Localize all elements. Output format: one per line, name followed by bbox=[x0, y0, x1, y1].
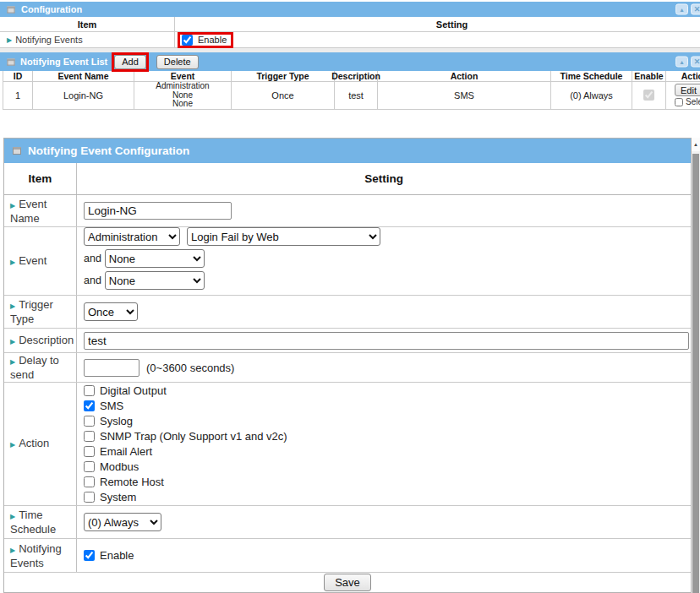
column-header-trigger-type: Trigger Type bbox=[232, 71, 335, 81]
bullet-arrow-icon: ▶ bbox=[10, 338, 15, 345]
red-highlight-box: Add bbox=[112, 52, 149, 72]
delay-setting-cell: (0~3600 seconds) bbox=[77, 353, 691, 382]
close-icon[interactable]: ✕ bbox=[691, 4, 700, 15]
column-header-setting: Setting bbox=[175, 19, 700, 30]
event-name-row: ▶Event Name bbox=[4, 195, 691, 227]
vertical-scrollbar[interactable]: ▲ bbox=[692, 138, 700, 593]
column-header-event: Event bbox=[134, 71, 232, 81]
event-and2-select[interactable]: None bbox=[105, 271, 205, 290]
trigger-type-label: Trigger Type bbox=[10, 298, 53, 325]
scrollbar-thumb[interactable] bbox=[692, 154, 699, 593]
notifying-event-list-panel: Notifying Event List Add Delete ▴ ✕ ID E… bbox=[0, 52, 700, 110]
row-select-checkbox[interactable] bbox=[675, 98, 683, 106]
trigger-type-select[interactable]: Once bbox=[84, 302, 138, 321]
delete-button[interactable]: Delete bbox=[156, 55, 199, 69]
cell-action: SMS bbox=[378, 82, 551, 109]
event-line: Administration bbox=[156, 82, 209, 91]
event-list-table: ID Event Name Event Trigger Type Descrip… bbox=[3, 71, 700, 110]
dialog-table-header: Item Setting bbox=[4, 163, 691, 195]
cell-event: Administration None None bbox=[134, 82, 232, 109]
cell-id: 1 bbox=[3, 82, 33, 109]
action-option-label: SNMP Trap (Only Support v1 and v2c) bbox=[100, 430, 287, 443]
action-remote-host-checkbox[interactable] bbox=[84, 476, 95, 487]
description-label: Description bbox=[19, 334, 74, 346]
action-setting-cell: Digital Output SMS Syslog SNMP Trap (Onl… bbox=[77, 383, 691, 505]
edit-button[interactable]: Edit bbox=[675, 84, 700, 96]
window-icon bbox=[8, 58, 15, 65]
event-name-label-cell: ▶Event Name bbox=[4, 195, 77, 226]
bullet-arrow-icon: ▶ bbox=[10, 358, 15, 366]
dialog-enable-checkbox[interactable] bbox=[84, 550, 95, 561]
scroll-up-icon[interactable]: ▲ bbox=[692, 138, 700, 151]
bullet-arrow-icon: ▶ bbox=[7, 36, 12, 44]
event-list-header-row: ID Event Name Event Trigger Type Descrip… bbox=[3, 71, 700, 82]
delay-label-cell: ▶Delay to send bbox=[4, 353, 77, 382]
action-option-label: System bbox=[100, 491, 136, 503]
event-name-label: Event Name bbox=[10, 198, 46, 225]
description-label-cell: ▶Description bbox=[4, 329, 77, 352]
column-header-time-schedule: Time Schedule bbox=[551, 71, 632, 81]
event-setting-cell: Administration Login Fail by Web and Non… bbox=[77, 227, 691, 295]
notifying-event-configuration-panel: Notifying Event Configuration Item Setti… bbox=[3, 138, 692, 593]
event-and1-select[interactable]: None bbox=[105, 249, 205, 268]
time-schedule-label: Time Schedule bbox=[10, 509, 56, 536]
close-icon[interactable]: ✕ bbox=[691, 57, 700, 68]
action-email-alert-checkbox[interactable] bbox=[84, 446, 95, 457]
cell-event-name: Login-NG bbox=[33, 82, 134, 109]
action-sms-checkbox[interactable] bbox=[84, 400, 95, 411]
action-syslog-checkbox[interactable] bbox=[84, 416, 95, 427]
action-snmp-trap-checkbox[interactable] bbox=[84, 431, 95, 442]
notifying-events-label-cell: ▶ Notifying Events bbox=[0, 32, 175, 47]
collapse-icon[interactable]: ▴ bbox=[675, 4, 688, 15]
delay-hint: (0~3600 seconds) bbox=[146, 362, 234, 374]
add-button[interactable]: Add bbox=[114, 55, 146, 69]
event-list-panel-title: Notifying Event List bbox=[20, 57, 107, 67]
action-digital-output-checkbox[interactable] bbox=[84, 385, 95, 396]
and-label: and bbox=[84, 275, 101, 286]
notifying-events-label: Notifying Events bbox=[10, 542, 62, 569]
dialog-title: Notifying Event Configuration bbox=[28, 144, 189, 157]
notifying-events-label: Notifying Events bbox=[15, 35, 82, 45]
trigger-type-label-cell: ▶Trigger Type bbox=[4, 296, 77, 328]
event-name-input[interactable] bbox=[84, 202, 232, 220]
column-header-event-name: Event Name bbox=[33, 71, 134, 81]
configuration-panel-title: Configuration bbox=[21, 4, 82, 14]
delay-input[interactable] bbox=[84, 359, 139, 377]
event-label: Event bbox=[19, 254, 46, 267]
column-header-description: Description bbox=[335, 71, 378, 81]
bullet-arrow-icon: ▶ bbox=[10, 441, 15, 449]
description-row: ▶Description bbox=[4, 329, 691, 353]
action-system-checkbox[interactable] bbox=[84, 492, 95, 503]
delay-label: Delay to send bbox=[10, 354, 59, 381]
column-header-item: Item bbox=[4, 163, 77, 194]
event-row: ▶Event Administration Login Fail by Web … bbox=[4, 227, 691, 296]
collapse-icon[interactable]: ▴ bbox=[675, 57, 688, 68]
column-header-id: ID bbox=[3, 71, 33, 81]
configuration-panel: Configuration ▴ ✕ Item Setting ▶ Notifyi… bbox=[0, 2, 700, 48]
time-schedule-select[interactable]: (0) Always bbox=[84, 513, 161, 531]
notifying-events-enable-checkbox[interactable] bbox=[182, 35, 193, 46]
event-list-panel-header: Notifying Event List Add Delete ▴ ✕ bbox=[0, 52, 700, 71]
action-modbus-checkbox[interactable] bbox=[84, 461, 95, 472]
event-category-select[interactable]: Administration bbox=[84, 227, 180, 246]
action-label: Action bbox=[19, 437, 49, 449]
event-subtype-select[interactable]: Login Fail by Web bbox=[187, 227, 380, 246]
time-schedule-label-cell: ▶Time Schedule bbox=[4, 506, 77, 538]
page: Configuration ▴ ✕ Item Setting ▶ Notifyi… bbox=[0, 0, 700, 593]
save-button[interactable]: Save bbox=[324, 574, 371, 591]
save-row: Save bbox=[4, 573, 691, 592]
column-header-enable: Enable bbox=[632, 71, 666, 81]
event-label-cell: ▶Event bbox=[4, 227, 77, 295]
configuration-panel-header: Configuration ▴ ✕ bbox=[0, 2, 700, 17]
action-row: ▶Action Digital Output SMS Syslog SNMP T… bbox=[4, 383, 691, 506]
time-schedule-setting-cell: (0) Always bbox=[77, 506, 691, 538]
cell-description: test bbox=[335, 82, 378, 109]
cell-time-schedule: (0) Always bbox=[551, 82, 632, 109]
bullet-arrow-icon: ▶ bbox=[10, 513, 15, 520]
description-input[interactable] bbox=[84, 332, 689, 350]
dialog-header: Notifying Event Configuration bbox=[4, 139, 691, 163]
event-line: None bbox=[156, 100, 209, 109]
bullet-arrow-icon: ▶ bbox=[10, 302, 15, 310]
event-name-setting-cell bbox=[77, 195, 691, 226]
cell-trigger-type: Once bbox=[232, 82, 335, 109]
